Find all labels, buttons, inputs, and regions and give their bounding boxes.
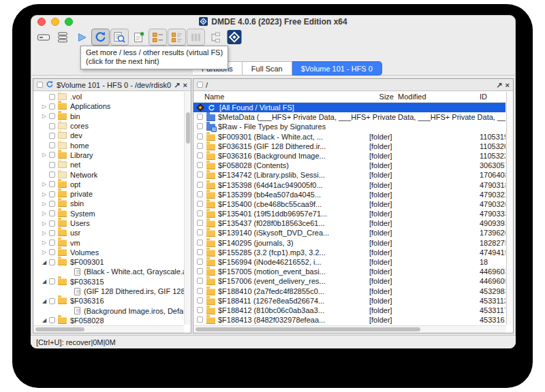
file-row[interactable]: $F188413 (8482f032978efeaa... [folder] 4… xyxy=(193,315,505,325)
open-button[interactable] xyxy=(72,29,91,46)
expand-panel-icon[interactable]: ↗ xyxy=(174,82,180,88)
tree-item[interactable]: cores xyxy=(33,121,184,131)
tree-item[interactable]: $F009301 xyxy=(33,257,184,267)
folders-panel-button[interactable] xyxy=(149,29,167,46)
expand-panel-icon[interactable]: ↗ xyxy=(496,82,502,88)
file-row[interactable]: $F135400 (cbe468bc55caa9f... [folder] 47… xyxy=(193,199,505,209)
tree-item-checkbox[interactable] xyxy=(49,181,55,187)
file-row[interactable]: $F155285 (3.2 (fcp1).mp3, 3.2... [folder… xyxy=(193,248,505,257)
tree-item-checkbox[interactable] xyxy=(49,259,55,265)
tree-item-checkbox[interactable] xyxy=(49,103,55,110)
tree-item-checkbox[interactable] xyxy=(49,210,55,216)
tree-item[interactable]: opt xyxy=(33,180,184,189)
file-row[interactable]: $F036316 (Background Image... [folder] 1… xyxy=(193,151,505,161)
tree-item-checkbox[interactable] xyxy=(49,133,55,139)
disclosure-triangle-icon[interactable] xyxy=(40,317,49,323)
scrollbar-thumb[interactable] xyxy=(35,327,84,331)
tree-item-checkbox[interactable] xyxy=(49,191,55,197)
file-row[interactable]: $F135398 (64d41ac949005f0... [folder] 47… xyxy=(193,180,505,190)
file-row-checkbox[interactable] xyxy=(197,133,203,140)
tree-item-checkbox[interactable] xyxy=(49,123,55,129)
tree-item[interactable]: home xyxy=(33,140,184,150)
files-horizontal-scrollbar[interactable] xyxy=(193,325,506,333)
new-scan-button[interactable] xyxy=(129,29,148,46)
tree-item[interactable]: (Background Image.iros, Defau xyxy=(33,306,184,316)
file-row[interactable]: $F058028 (Contents) [folder] 3063057 xyxy=(193,161,505,170)
files-vertical-scrollbar[interactable] xyxy=(506,92,513,325)
file-row-checkbox[interactable] xyxy=(197,268,203,274)
column-header-id[interactable]: ID xyxy=(480,93,487,101)
file-row-checkbox[interactable] xyxy=(197,143,203,149)
file-row[interactable]: $F140295 (journals, 3) [folder] 1828275 xyxy=(193,238,505,248)
columns-view-button[interactable] xyxy=(187,29,205,46)
disclosure-triangle-icon[interactable] xyxy=(40,201,49,207)
tree-item[interactable]: Volumes xyxy=(33,248,184,257)
disclosure-triangle-icon[interactable] xyxy=(40,298,49,304)
file-row[interactable]: $F156994 (iNode46216552, i... [folder] 1… xyxy=(193,257,505,267)
tree-item-checkbox[interactable] xyxy=(49,172,55,178)
tree-item[interactable]: bin xyxy=(33,112,184,121)
file-row-checkbox[interactable] xyxy=(197,114,203,120)
disclosure-triangle-icon[interactable] xyxy=(40,181,49,187)
file-row-checkbox[interactable] xyxy=(197,201,203,207)
scrollbar-thumb[interactable] xyxy=(186,112,190,144)
file-row[interactable]: $Raw - File Types by Signatures xyxy=(193,122,505,131)
disclosure-triangle-icon[interactable] xyxy=(40,240,49,246)
disclosure-triangle-icon[interactable] xyxy=(40,220,49,227)
tree-item[interactable]: $F036316 xyxy=(33,296,184,306)
tree-item[interactable]: .vol xyxy=(33,92,184,101)
file-row[interactable]: $MetaData (___HFS+ Private Data, ___HFS+… xyxy=(193,112,505,122)
disclosure-triangle-icon[interactable] xyxy=(40,113,49,119)
file-row[interactable]: $F135401 (19f51ddb96957e71... [folder] 4… xyxy=(193,209,505,218)
tree-item-checkbox[interactable] xyxy=(49,240,55,246)
disclosure-triangle-icon[interactable] xyxy=(40,278,49,284)
file-row-checkbox[interactable] xyxy=(197,172,203,178)
file-row-checkbox[interactable] xyxy=(197,182,203,188)
file-row-checkbox[interactable] xyxy=(197,297,203,304)
refresh-results-button[interactable] xyxy=(91,29,110,46)
file-row[interactable]: $F135437 (f028f0b18563ce61... [folder] 4… xyxy=(193,218,505,228)
tree-item-checkbox[interactable] xyxy=(49,220,55,227)
disclosure-triangle-icon[interactable] xyxy=(40,249,49,255)
tab[interactable]: Full Scan xyxy=(243,61,292,76)
file-row[interactable]: $F134742 (Library.pslib, Sessi... [folde… xyxy=(193,170,505,180)
file-row-checkbox[interactable] xyxy=(197,307,203,313)
drive-button[interactable] xyxy=(34,29,52,46)
file-row-checkbox[interactable] xyxy=(197,316,203,323)
tree-item[interactable]: dev xyxy=(33,131,184,140)
close-panel-icon[interactable]: × xyxy=(505,82,510,88)
search-button[interactable] xyxy=(110,29,129,46)
panel-checkbox[interactable] xyxy=(37,82,43,88)
tree-item[interactable]: private xyxy=(33,189,184,199)
tree-item-checkbox[interactable] xyxy=(49,113,55,119)
disclosure-triangle-icon[interactable] xyxy=(40,259,49,265)
tree-item-checkbox[interactable] xyxy=(49,230,55,236)
tree-item[interactable]: $F058028 xyxy=(33,316,184,325)
disclosure-triangle-icon[interactable] xyxy=(40,152,49,158)
file-row-checkbox[interactable] xyxy=(197,220,203,226)
file-row-checkbox[interactable] xyxy=(197,229,203,235)
tree-item-checkbox[interactable] xyxy=(49,317,55,323)
tree-item[interactable]: net xyxy=(33,160,184,169)
file-row[interactable]: $F157005 (motion_event_basi... [folder] … xyxy=(193,267,505,276)
file-row[interactable]: $F188412 (810bc06c0ab3aa3... [folder] 45… xyxy=(193,306,505,315)
file-row[interactable]: $F188411 (1267e8ea5d26674... [folder] 45… xyxy=(193,296,505,306)
tree-vertical-scrollbar[interactable] xyxy=(184,92,191,325)
file-row[interactable]: $F135399 (bb4ea507da4045... [folder] 479… xyxy=(193,190,505,199)
file-row-checkbox[interactable] xyxy=(197,288,203,294)
tree-horizontal-scrollbar[interactable] xyxy=(33,325,184,333)
disks-button[interactable] xyxy=(53,29,72,46)
column-header-modified[interactable]: Modified xyxy=(398,93,426,101)
tree-item-checkbox[interactable] xyxy=(49,298,55,304)
branch-button[interactable] xyxy=(206,29,224,46)
file-row-checkbox[interactable] xyxy=(197,278,203,284)
close-panel-icon[interactable]: × xyxy=(183,82,187,88)
disclosure-triangle-icon[interactable] xyxy=(40,103,49,110)
tree-item-checkbox[interactable] xyxy=(49,201,55,207)
file-row[interactable]: [All Found / Virtual FS] xyxy=(193,103,505,112)
file-row-checkbox[interactable] xyxy=(197,249,203,255)
tree-item[interactable]: vm xyxy=(33,238,184,247)
tree-item-checkbox[interactable] xyxy=(49,249,55,255)
tree-item[interactable]: Network xyxy=(33,169,184,179)
file-row-checkbox[interactable] xyxy=(197,210,203,216)
